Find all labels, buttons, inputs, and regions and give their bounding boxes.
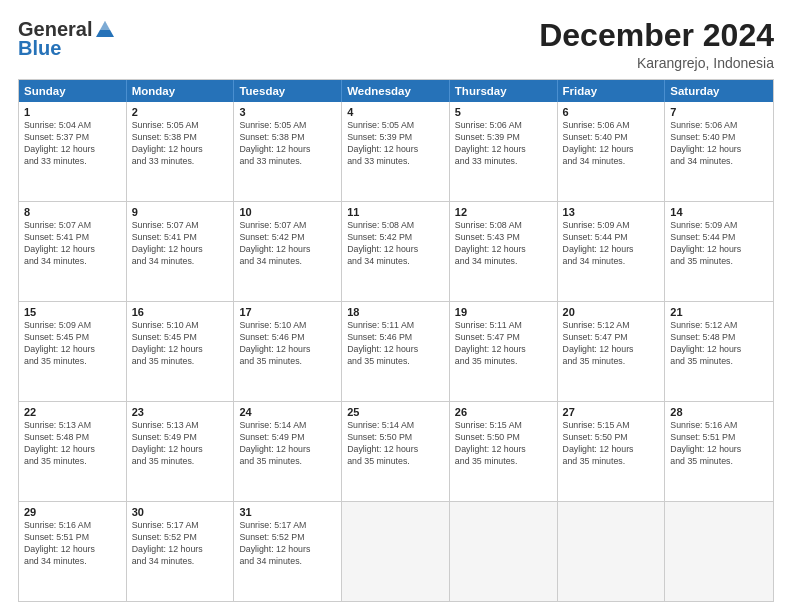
day-number: 9 [132, 206, 229, 218]
day-info: Sunrise: 5:10 AM Sunset: 5:46 PM Dayligh… [239, 320, 336, 368]
day-info: Sunrise: 5:12 AM Sunset: 5:48 PM Dayligh… [670, 320, 768, 368]
calendar-day-23: 23Sunrise: 5:13 AM Sunset: 5:49 PM Dayli… [127, 402, 235, 501]
day-info: Sunrise: 5:13 AM Sunset: 5:48 PM Dayligh… [24, 420, 121, 468]
calendar-day-15: 15Sunrise: 5:09 AM Sunset: 5:45 PM Dayli… [19, 302, 127, 401]
calendar-day-24: 24Sunrise: 5:14 AM Sunset: 5:49 PM Dayli… [234, 402, 342, 501]
header-day-wednesday: Wednesday [342, 80, 450, 102]
day-info: Sunrise: 5:05 AM Sunset: 5:38 PM Dayligh… [132, 120, 229, 168]
calendar-day-6: 6Sunrise: 5:06 AM Sunset: 5:40 PM Daylig… [558, 102, 666, 201]
day-number: 25 [347, 406, 444, 418]
day-info: Sunrise: 5:13 AM Sunset: 5:49 PM Dayligh… [132, 420, 229, 468]
day-info: Sunrise: 5:10 AM Sunset: 5:45 PM Dayligh… [132, 320, 229, 368]
day-info: Sunrise: 5:08 AM Sunset: 5:43 PM Dayligh… [455, 220, 552, 268]
day-number: 22 [24, 406, 121, 418]
calendar-day-17: 17Sunrise: 5:10 AM Sunset: 5:46 PM Dayli… [234, 302, 342, 401]
day-number: 26 [455, 406, 552, 418]
page-header: General Blue December 2024 Karangrejo, I… [18, 18, 774, 71]
day-info: Sunrise: 5:16 AM Sunset: 5:51 PM Dayligh… [24, 520, 121, 568]
day-info: Sunrise: 5:08 AM Sunset: 5:42 PM Dayligh… [347, 220, 444, 268]
calendar-day-27: 27Sunrise: 5:15 AM Sunset: 5:50 PM Dayli… [558, 402, 666, 501]
day-info: Sunrise: 5:14 AM Sunset: 5:49 PM Dayligh… [239, 420, 336, 468]
day-number: 14 [670, 206, 768, 218]
day-number: 11 [347, 206, 444, 218]
day-info: Sunrise: 5:15 AM Sunset: 5:50 PM Dayligh… [563, 420, 660, 468]
calendar: SundayMondayTuesdayWednesdayThursdayFrid… [18, 79, 774, 602]
calendar-day-16: 16Sunrise: 5:10 AM Sunset: 5:45 PM Dayli… [127, 302, 235, 401]
day-info: Sunrise: 5:07 AM Sunset: 5:41 PM Dayligh… [132, 220, 229, 268]
calendar-day-20: 20Sunrise: 5:12 AM Sunset: 5:47 PM Dayli… [558, 302, 666, 401]
header-day-saturday: Saturday [665, 80, 773, 102]
day-info: Sunrise: 5:14 AM Sunset: 5:50 PM Dayligh… [347, 420, 444, 468]
day-number: 15 [24, 306, 121, 318]
day-info: Sunrise: 5:09 AM Sunset: 5:44 PM Dayligh… [563, 220, 660, 268]
logo-blue: Blue [18, 37, 61, 60]
day-info: Sunrise: 5:07 AM Sunset: 5:42 PM Dayligh… [239, 220, 336, 268]
calendar-body: 1Sunrise: 5:04 AM Sunset: 5:37 PM Daylig… [19, 102, 773, 601]
calendar-day-10: 10Sunrise: 5:07 AM Sunset: 5:42 PM Dayli… [234, 202, 342, 301]
logo: General Blue [18, 18, 116, 60]
calendar-empty-cell [342, 502, 450, 601]
calendar-row-4: 22Sunrise: 5:13 AM Sunset: 5:48 PM Dayli… [19, 401, 773, 501]
header-day-tuesday: Tuesday [234, 80, 342, 102]
calendar-day-3: 3Sunrise: 5:05 AM Sunset: 5:38 PM Daylig… [234, 102, 342, 201]
day-info: Sunrise: 5:09 AM Sunset: 5:45 PM Dayligh… [24, 320, 121, 368]
calendar-empty-cell [665, 502, 773, 601]
day-info: Sunrise: 5:06 AM Sunset: 5:40 PM Dayligh… [670, 120, 768, 168]
day-info: Sunrise: 5:11 AM Sunset: 5:46 PM Dayligh… [347, 320, 444, 368]
calendar-day-8: 8Sunrise: 5:07 AM Sunset: 5:41 PM Daylig… [19, 202, 127, 301]
calendar-day-19: 19Sunrise: 5:11 AM Sunset: 5:47 PM Dayli… [450, 302, 558, 401]
calendar-day-4: 4Sunrise: 5:05 AM Sunset: 5:39 PM Daylig… [342, 102, 450, 201]
calendar-day-13: 13Sunrise: 5:09 AM Sunset: 5:44 PM Dayli… [558, 202, 666, 301]
day-info: Sunrise: 5:16 AM Sunset: 5:51 PM Dayligh… [670, 420, 768, 468]
day-info: Sunrise: 5:09 AM Sunset: 5:44 PM Dayligh… [670, 220, 768, 268]
day-number: 2 [132, 106, 229, 118]
calendar-day-29: 29Sunrise: 5:16 AM Sunset: 5:51 PM Dayli… [19, 502, 127, 601]
day-info: Sunrise: 5:06 AM Sunset: 5:39 PM Dayligh… [455, 120, 552, 168]
day-number: 1 [24, 106, 121, 118]
day-number: 4 [347, 106, 444, 118]
calendar-day-25: 25Sunrise: 5:14 AM Sunset: 5:50 PM Dayli… [342, 402, 450, 501]
day-info: Sunrise: 5:17 AM Sunset: 5:52 PM Dayligh… [239, 520, 336, 568]
calendar-day-26: 26Sunrise: 5:15 AM Sunset: 5:50 PM Dayli… [450, 402, 558, 501]
day-info: Sunrise: 5:06 AM Sunset: 5:40 PM Dayligh… [563, 120, 660, 168]
day-number: 8 [24, 206, 121, 218]
day-number: 23 [132, 406, 229, 418]
day-number: 10 [239, 206, 336, 218]
header-day-monday: Monday [127, 80, 235, 102]
calendar-day-5: 5Sunrise: 5:06 AM Sunset: 5:39 PM Daylig… [450, 102, 558, 201]
day-number: 20 [563, 306, 660, 318]
day-number: 5 [455, 106, 552, 118]
calendar-day-21: 21Sunrise: 5:12 AM Sunset: 5:48 PM Dayli… [665, 302, 773, 401]
calendar-day-12: 12Sunrise: 5:08 AM Sunset: 5:43 PM Dayli… [450, 202, 558, 301]
day-number: 3 [239, 106, 336, 118]
calendar-day-31: 31Sunrise: 5:17 AM Sunset: 5:52 PM Dayli… [234, 502, 342, 601]
calendar-day-11: 11Sunrise: 5:08 AM Sunset: 5:42 PM Dayli… [342, 202, 450, 301]
calendar-day-7: 7Sunrise: 5:06 AM Sunset: 5:40 PM Daylig… [665, 102, 773, 201]
calendar-row-1: 1Sunrise: 5:04 AM Sunset: 5:37 PM Daylig… [19, 102, 773, 201]
calendar-empty-cell [558, 502, 666, 601]
logo-icon [94, 19, 116, 41]
day-number: 12 [455, 206, 552, 218]
calendar-day-9: 9Sunrise: 5:07 AM Sunset: 5:41 PM Daylig… [127, 202, 235, 301]
header-day-thursday: Thursday [450, 80, 558, 102]
day-number: 17 [239, 306, 336, 318]
day-info: Sunrise: 5:17 AM Sunset: 5:52 PM Dayligh… [132, 520, 229, 568]
calendar-row-5: 29Sunrise: 5:16 AM Sunset: 5:51 PM Dayli… [19, 501, 773, 601]
day-number: 31 [239, 506, 336, 518]
header-day-friday: Friday [558, 80, 666, 102]
location-subtitle: Karangrejo, Indonesia [539, 55, 774, 71]
day-info: Sunrise: 5:11 AM Sunset: 5:47 PM Dayligh… [455, 320, 552, 368]
day-number: 19 [455, 306, 552, 318]
day-number: 27 [563, 406, 660, 418]
day-info: Sunrise: 5:15 AM Sunset: 5:50 PM Dayligh… [455, 420, 552, 468]
day-number: 21 [670, 306, 768, 318]
calendar-day-30: 30Sunrise: 5:17 AM Sunset: 5:52 PM Dayli… [127, 502, 235, 601]
day-number: 6 [563, 106, 660, 118]
day-number: 29 [24, 506, 121, 518]
day-number: 24 [239, 406, 336, 418]
calendar-day-22: 22Sunrise: 5:13 AM Sunset: 5:48 PM Dayli… [19, 402, 127, 501]
month-title: December 2024 [539, 18, 774, 53]
svg-marker-1 [99, 21, 111, 30]
calendar-empty-cell [450, 502, 558, 601]
calendar-day-2: 2Sunrise: 5:05 AM Sunset: 5:38 PM Daylig… [127, 102, 235, 201]
